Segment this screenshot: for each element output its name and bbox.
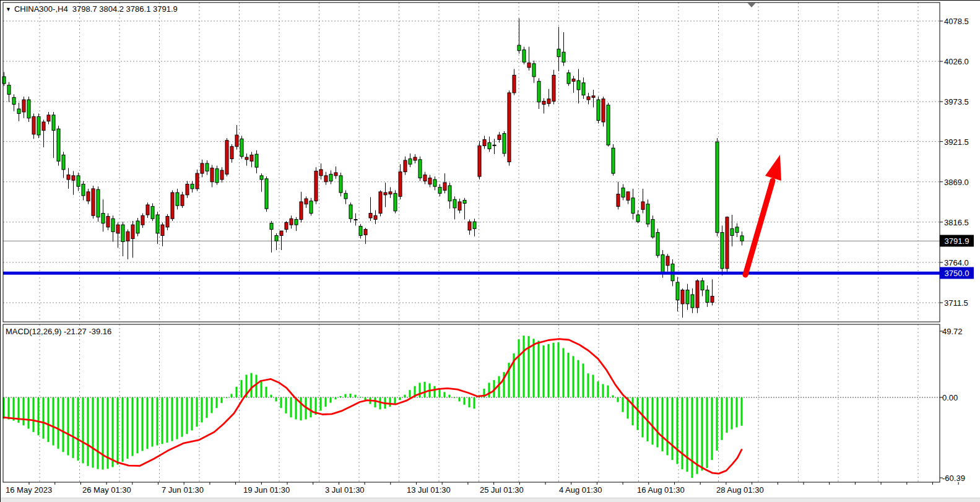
macd-panel-plot-area[interactable] <box>3 324 940 482</box>
time-axis-scale[interactable] <box>1 483 980 498</box>
bottom-strip <box>1 498 980 502</box>
price-axis-scale[interactable] <box>940 2 980 482</box>
chart-window: ▼CHINA300-,H4 3798.7 3804.2 3786.1 3791.… <box>0 0 980 502</box>
main-chart-plot-area[interactable] <box>3 2 940 322</box>
